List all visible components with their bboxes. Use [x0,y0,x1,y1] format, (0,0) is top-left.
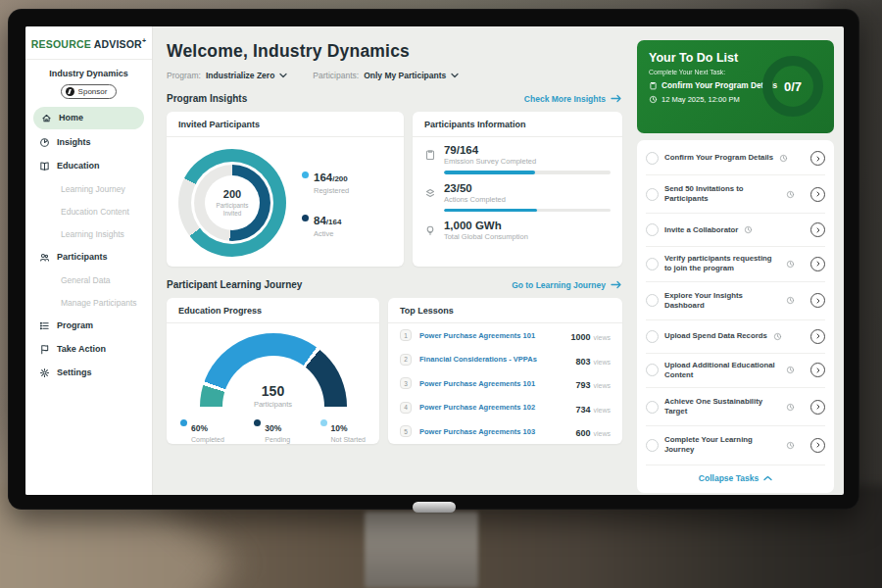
task-open-button[interactable] [810,329,825,344]
legend-value: 60% [191,423,208,433]
settings-icon [39,368,50,378]
sidebar-item-label: Program [57,320,93,330]
program-insights-title: Program Insights [167,93,247,104]
check-more-insights-link[interactable]: Check More Insights [524,94,622,104]
participants-filter-label: Participants: [313,71,359,80]
task-label: Verify participants requesting to join t… [664,254,780,273]
sidebar-item-label: Manage Participants [61,298,137,308]
lesson-link[interactable]: Power Purchase Agreements 101 [419,331,563,340]
clock-icon [786,190,795,199]
participants-icon [39,252,50,263]
stat-value: 1,000 GWh [444,220,611,231]
top-lessons-card: Top Lessons 1 Power Purchase Agreements … [388,298,622,444]
lesson-link[interactable]: Financial Considerations - VPPAs [419,355,567,364]
task-open-button[interactable] [810,293,825,308]
chevron-right-icon [814,441,822,449]
clock-icon [786,366,795,374]
sidebar-item-participants[interactable]: Participants [25,246,152,269]
clock-icon [744,225,753,234]
sidebar-item-manage-participants[interactable]: Manage Participants [25,292,152,314]
sidebar-item-label: Participants [57,252,108,262]
sidebar-item-settings[interactable]: Settings [25,362,152,384]
logo-plus: + [142,37,146,44]
sidebar-item-program[interactable]: Program [25,315,152,337]
collapse-tasks-link[interactable]: Collapse Tasks [646,466,825,489]
legend-total: /164 [326,218,342,226]
sidebar-item-insights[interactable]: Insights [25,131,152,154]
lesson-views-word: views [593,430,611,437]
task-checkbox[interactable] [646,258,659,270]
task-open-button[interactable] [810,400,825,415]
program-insights-header: Program Insights Check More Insights [167,93,622,104]
sidebar-item-education-content[interactable]: Education Content [25,201,152,222]
task-checkbox[interactable] [646,152,659,165]
task-open-button[interactable] [810,363,825,377]
program-filter-dropdown[interactable]: Program: Industrialize Zero [167,71,287,80]
chevron-right-icon [814,260,822,268]
lesson-link[interactable]: Power Purchase Agreements 103 [419,427,567,436]
filter-bar: Program: Industrialize Zero Participants… [167,71,622,80]
sidebar-item-home[interactable]: Home [33,107,144,129]
clock-icon [773,332,782,341]
lesson-row: 5 Power Purchase Agreements 103 600views [388,419,622,444]
go-to-learning-journey-link[interactable]: Go to Learning Journey [512,280,622,290]
organization-name: Industry Dynamics [25,69,152,78]
lesson-row: 3 Power Purchase Agreements 101 793views [388,371,622,396]
home-icon [41,113,52,123]
program-insights-cards: Invited Participants 200 Participants In… [167,112,622,267]
invited-participants-card: Invited Participants 200 Participants In… [167,112,404,267]
gauge-center-value: 150 [200,383,347,399]
main-content: Welcome, Industry Dynamics Program: Indu… [153,26,634,495]
lesson-views-word: views [593,382,611,389]
card-title: Education Progress [167,298,379,323]
stat-global-consumption: 1,000 GWh Total Global Consumption [424,220,611,241]
logo-secondary: ADVISOR [94,38,142,50]
program-filter-value: Industrialize Zero [206,71,274,80]
lesson-views-count: 803 [575,357,590,367]
sidebar-item-general-data[interactable]: General Data [25,270,152,291]
task-open-button[interactable] [810,257,825,271]
stat-actions-completed: 23/50 Actions Completed [424,182,611,213]
stat-label: Emission Survey Completed [444,157,611,166]
task-open-button[interactable] [810,187,825,202]
legend-label: Completed [191,436,224,443]
task-checkbox[interactable] [646,364,659,376]
legend-label: Active [314,229,349,238]
task-checkbox[interactable] [646,439,659,452]
lesson-link[interactable]: Power Purchase Agreements 101 [419,379,567,388]
lesson-views-count: 793 [575,380,590,390]
stat-value: 23/50 [444,182,611,194]
task-open-button[interactable] [810,222,825,237]
chevron-right-icon [814,226,822,234]
sidebar-item-learning-journey[interactable]: Learning Journey [25,178,152,200]
sidebar-item-label: Education Content [61,207,129,217]
stat-value: 79/164 [444,144,611,156]
task-checkbox[interactable] [646,401,659,414]
clock-icon [779,154,788,163]
learning-journey-header: Participant Learning Journey Go to Learn… [167,279,622,290]
task-checkbox[interactable] [646,294,659,307]
sidebar-item-education[interactable]: Education [25,155,152,177]
sidebar-item-label: Take Action [57,344,106,354]
clock-icon [786,441,795,450]
task-open-button[interactable] [810,151,825,166]
legend-item-active: 84/164 Active [302,211,349,238]
participants-filter-dropdown[interactable]: Participants: Only My Participants [313,71,459,80]
lesson-rank: 4 [400,402,412,414]
task-checkbox[interactable] [646,223,659,236]
sidebar-item-learning-insights[interactable]: Learning Insights [25,223,152,245]
task-checkbox[interactable] [646,188,659,201]
invited-participants-donut-chart: 200 Participants Invited [178,149,286,257]
gauge-legend: 60% Completed 30% Pending 10% Not Starte… [167,409,379,443]
progress-bar [444,209,611,213]
task-checkbox[interactable] [646,330,659,343]
legend-item-registered: 164/200 Registered [302,168,349,195]
sidebar-item-take-action[interactable]: Take Action [25,338,152,361]
todo-progress-ring: 0/7 [762,56,823,117]
actions-icon [424,187,436,199]
task-open-button[interactable] [810,438,825,453]
legend-value: 164 [314,172,332,183]
lesson-link[interactable]: Power Purchase Agreements 102 [419,403,567,412]
arrow-right-icon [611,94,622,103]
todo-due-label: 12 May 2025, 12:00 PM [662,95,740,104]
